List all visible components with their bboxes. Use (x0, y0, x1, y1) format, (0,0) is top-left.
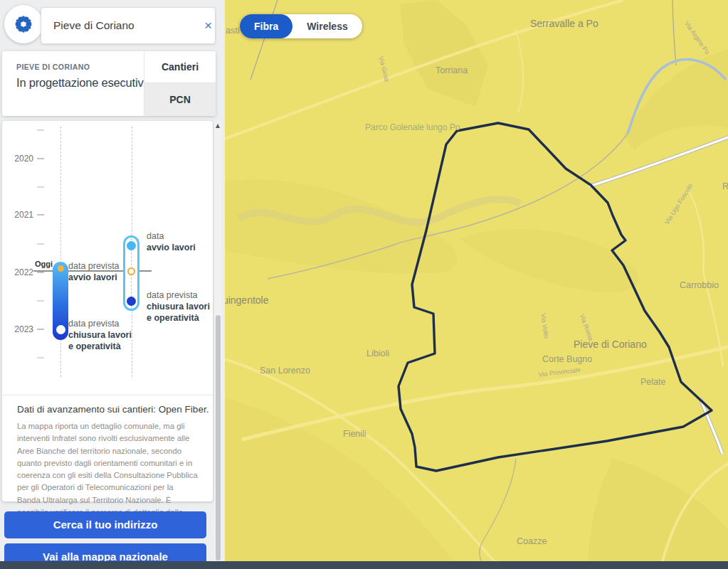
milestone-dot-planned-end-2 (127, 297, 136, 306)
municipality-name: PIEVE DI CORIANO (16, 63, 141, 71)
footer-bar (0, 561, 728, 569)
app-logo[interactable] (4, 5, 43, 43)
sidebar: × PIEVE DI CORIANO In progettazione esec… (0, 0, 225, 569)
today-label: Oggi (35, 260, 53, 268)
timeline-tick (37, 158, 44, 159)
timeline-tick (37, 186, 44, 188)
milestone-label: data prevista avvio lavori (68, 260, 120, 283)
timeline-tick (37, 243, 44, 245)
toggle-fibra[interactable]: Fibra (240, 14, 292, 38)
bul-network-logo-icon (9, 10, 38, 38)
milestone-line: data prevista (147, 290, 198, 300)
timeline-year: 2020 (6, 154, 33, 164)
tab-cantieri[interactable]: Cantieri (144, 51, 216, 83)
search-input[interactable] (41, 19, 201, 32)
map-graphics (225, 0, 728, 569)
card-divider (2, 395, 213, 395)
scrollbar-up-arrow-icon[interactable] (216, 124, 220, 128)
search-box: × (41, 7, 216, 44)
search-address-button[interactable]: Cerca il tuo indirizzo (4, 511, 206, 538)
milestone-dot-planned-end (56, 325, 65, 334)
milestone-line: data prevista (68, 261, 120, 271)
timeline-tick (37, 329, 44, 330)
milestone-line: avvio lavori (68, 272, 120, 283)
tab-pcn[interactable]: PCN (144, 83, 216, 116)
toggle-wireless[interactable]: Wireless (292, 14, 362, 38)
milestone-line: chiusura lavori (147, 301, 210, 312)
timeline-year: 2023 (6, 324, 33, 334)
milestone-dot-today-marker (127, 267, 135, 275)
milestone-dot-actual-start (127, 241, 136, 250)
clear-search-icon[interactable]: × (201, 18, 215, 33)
data-source-note: Dati di avanzamento sui cantieri: Open F… (17, 404, 209, 415)
timeline-tick (37, 129, 44, 131)
municipality-card: PIEVE DI CORIANO In progettazione esecut… (2, 51, 216, 116)
timeline-tick (37, 300, 44, 302)
milestone-line: e operatività (147, 312, 210, 324)
milestone-line: chiusura lavori (68, 329, 132, 341)
milestone-line: avvio lavori (147, 242, 196, 253)
milestone-dot-planned-start (58, 265, 64, 272)
milestone-line: e operatività (68, 341, 132, 352)
milestone-label: data avvio lavori (147, 230, 196, 253)
scrollbar-thumb[interactable] (216, 315, 221, 560)
milestone-line: data (147, 231, 164, 241)
milestone-label: data prevista chiusura lavori e operativ… (68, 318, 132, 352)
map-canvas[interactable]: Serravalle a Po Torriana Parco Golenale … (225, 0, 728, 569)
milestone-line: data prevista (68, 319, 120, 329)
timeline-tick (37, 357, 44, 358)
milestone-label: data prevista chiusura lavori e operativ… (147, 289, 210, 324)
timeline-tick (37, 214, 44, 216)
timeline-year: 2022 (6, 267, 33, 277)
cantieri-detail-card: 2020 2021 2022 2023 Oggi data avvio lavo… (2, 121, 213, 501)
layer-toggle: Fibra Wireless (240, 14, 362, 38)
sidebar-scrollbar[interactable] (214, 121, 221, 569)
timeline-year: 2021 (6, 210, 33, 220)
tab-group: Cantieri PCN (144, 51, 216, 116)
municipality-status: In progettazione esecutiva (16, 76, 141, 90)
timeline-tick (37, 272, 44, 273)
